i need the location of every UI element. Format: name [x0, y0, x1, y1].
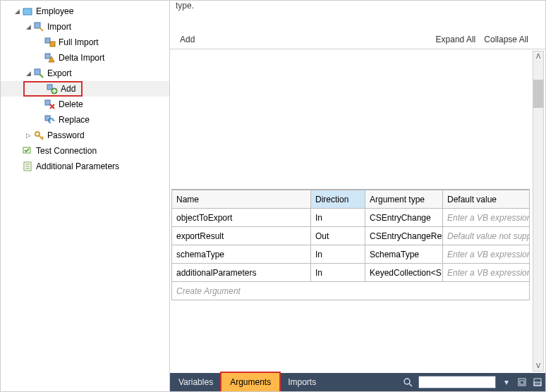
tab-variables[interactable]: Variables: [170, 373, 222, 391]
full-import-icon: [44, 37, 56, 48]
cell-direction[interactable]: In: [311, 209, 365, 227]
tree-node-test-connection[interactable]: Test Connection: [1, 143, 169, 159]
cell-direction[interactable]: Out: [311, 227, 365, 245]
cell-direction[interactable]: In: [311, 245, 365, 264]
col-argtype[interactable]: Argument type: [365, 190, 443, 209]
tree-node-replace[interactable]: Replace: [1, 112, 169, 128]
svg-rect-5: [35, 69, 40, 75]
svg-rect-8: [45, 100, 50, 105]
tree-panel: Employee Import Full Import Delta Impo: [1, 1, 170, 391]
cell-default[interactable]: Enter a VB expression: [443, 209, 530, 227]
tree-node-import[interactable]: Import: [1, 19, 169, 35]
svg-rect-0: [23, 8, 32, 15]
cell-direction[interactable]: In: [311, 264, 365, 282]
create-argument[interactable]: Create Argument: [172, 282, 530, 300]
folder-icon: [22, 6, 33, 17]
tree-label: Delta Import: [59, 53, 104, 63]
cell-name[interactable]: schemaType: [172, 245, 311, 264]
table-row[interactable]: objectToExportInCSEntryChangeEnter a VB …: [172, 209, 530, 227]
expander-icon[interactable]: [23, 22, 33, 32]
svg-rect-2: [45, 38, 50, 43]
details-panel: type. Add Expand All Collapse All ᐱ ᐯ Na…: [170, 1, 545, 391]
designer-canvas[interactable]: ᐱ ᐯ Name Direction Argument type Default…: [170, 49, 545, 373]
expander-icon[interactable]: [12, 6, 22, 16]
col-default[interactable]: Default value: [443, 190, 530, 209]
table-row[interactable]: exportResultOutCSEntryChangeResDefault v…: [172, 227, 530, 245]
svg-rect-15: [520, 381, 524, 384]
designer-toolbar: Add Expand All Collapse All: [170, 30, 545, 49]
svg-rect-4: [45, 54, 50, 59]
cell-arg_type[interactable]: CSEntryChangeRes: [365, 227, 443, 245]
tree-node-full-import[interactable]: Full Import: [1, 35, 169, 50]
cell-default[interactable]: Enter a VB expression: [443, 264, 530, 282]
tree-label: Employee: [36, 6, 73, 16]
cell-default[interactable]: Enter a VB expression: [443, 245, 530, 264]
collapse-all-link[interactable]: Collapse All: [484, 35, 528, 44]
bottom-bar: Variables Arguments Imports ▾: [170, 373, 545, 391]
cell-name[interactable]: additionalParameters: [172, 264, 311, 282]
search-icon[interactable]: [400, 373, 415, 391]
replace-icon: [44, 114, 56, 125]
expander-icon[interactable]: [23, 130, 33, 140]
cell-name[interactable]: objectToExport: [172, 209, 311, 227]
cell-default[interactable]: Default value not suppor: [443, 227, 530, 245]
tab-arguments[interactable]: Arguments: [222, 373, 279, 391]
col-name[interactable]: Name: [172, 190, 311, 209]
tree-node-employee[interactable]: Employee: [1, 4, 169, 19]
tree-label: Import: [47, 22, 71, 32]
tree-node-delete[interactable]: Delete: [1, 97, 169, 112]
chevron-down-icon[interactable]: ▾: [499, 373, 514, 391]
tree-node-password[interactable]: Password: [1, 128, 169, 143]
col-direction[interactable]: Direction: [311, 190, 365, 209]
parameters-icon: [22, 161, 33, 172]
tree-label: Test Connection: [36, 146, 97, 156]
tree-label: Additional Parameters: [36, 161, 119, 171]
tree-label: Export: [47, 68, 72, 78]
scroll-thumb[interactable]: [533, 80, 543, 108]
delete-icon: [44, 99, 56, 110]
svg-rect-9: [45, 116, 50, 121]
tree-label: Full Import: [59, 37, 99, 47]
tree-label: Delete: [59, 99, 83, 109]
svg-rect-6: [47, 85, 52, 90]
tree-node-delta-import[interactable]: Delta Import: [1, 50, 169, 66]
tree-node-add[interactable]: Add: [1, 81, 169, 97]
svg-rect-3: [50, 42, 55, 47]
tree-label: Replace: [59, 115, 90, 125]
table-row[interactable]: additionalParametersInKeyedCollection<SE…: [172, 264, 530, 282]
tab-imports[interactable]: Imports: [279, 373, 324, 391]
maximize-panel-icon[interactable]: [514, 373, 530, 391]
delta-import-icon: [44, 52, 56, 63]
tree-node-additional-parameters[interactable]: Additional Parameters: [1, 159, 169, 174]
tree-node-export[interactable]: Export: [1, 66, 169, 81]
import-icon: [33, 21, 44, 32]
scroll-down-icon[interactable]: ᐯ: [533, 361, 543, 371]
truncated-text: type.: [170, 1, 545, 11]
add-icon: [47, 83, 58, 94]
cell-name[interactable]: exportResult: [172, 227, 311, 245]
svg-rect-17: [534, 382, 541, 386]
svg-rect-1: [35, 23, 40, 28]
expand-all-link[interactable]: Expand All: [436, 35, 476, 44]
cell-arg_type[interactable]: CSEntryChange: [365, 209, 443, 227]
vertical-scrollbar[interactable]: ᐱ ᐯ: [533, 51, 544, 372]
cell-arg_type[interactable]: KeyedCollection<S: [365, 264, 443, 282]
svg-point-13: [404, 379, 410, 384]
tree-label: Add: [61, 84, 75, 94]
tree-label: Password: [47, 130, 85, 140]
restore-panel-icon[interactable]: [530, 373, 545, 391]
scroll-up-icon[interactable]: ᐱ: [533, 51, 543, 61]
export-icon: [33, 68, 44, 79]
add-link[interactable]: Add: [180, 35, 195, 44]
arguments-table: Name Direction Argument type Default val…: [171, 189, 530, 300]
cell-arg_type[interactable]: SchemaType: [365, 245, 443, 264]
table-row[interactable]: schemaTypeInSchemaTypeEnter a VB express…: [172, 245, 530, 264]
password-icon: [33, 130, 44, 141]
expander-icon[interactable]: [23, 68, 33, 78]
test-connection-icon: [22, 145, 33, 157]
search-input[interactable]: [418, 376, 496, 388]
